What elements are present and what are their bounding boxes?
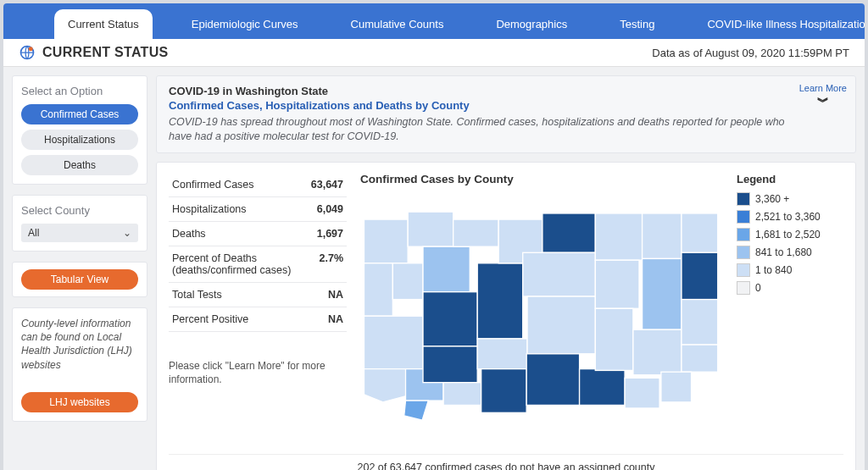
svg-rect-19	[542, 213, 595, 252]
select-option-panel: Select an Option Confirmed CasesHospital…	[12, 75, 147, 185]
svg-point-1	[29, 47, 33, 51]
legend-item: 1 to 840	[737, 263, 843, 277]
lhj-websites-button[interactable]: LHJ websites	[21, 392, 138, 412]
legend-swatch	[737, 246, 750, 259]
double-chevron-down-icon: ︾	[799, 95, 847, 110]
tabs-bar: Current StatusEpidemiologic CurvesCumula…	[3, 3, 865, 39]
learn-more-button[interactable]: Learn More ︾	[799, 83, 847, 110]
header-card-text: COVID-19 has spread throughout most of W…	[169, 115, 808, 144]
svg-rect-13	[423, 346, 477, 383]
washington-map[interactable]	[360, 191, 723, 445]
option-hospitalizations[interactable]: Hospitalizations	[21, 130, 138, 150]
svg-rect-30	[633, 329, 682, 375]
legend-swatch	[737, 210, 750, 224]
legend-item: 0	[737, 281, 843, 295]
legend-title: Legend	[737, 173, 843, 185]
stats-row: Confirmed Cases63,647	[169, 173, 347, 197]
svg-marker-9	[404, 401, 429, 420]
svg-rect-29	[643, 258, 682, 329]
tabular-view-button[interactable]: Tabular View	[21, 269, 138, 290]
svg-rect-22	[526, 354, 579, 406]
tab-cumulative-counts[interactable]: Cumulative Counts	[337, 9, 458, 39]
legend-label: 2,521 to 3,360	[755, 211, 821, 223]
select-county-title: Select County	[21, 204, 138, 217]
svg-rect-34	[682, 345, 718, 372]
svg-rect-6	[364, 316, 423, 368]
stats-value: 63,647	[308, 173, 347, 197]
svg-rect-32	[682, 252, 718, 299]
legend-label: 841 to 1,680	[755, 246, 812, 258]
stats-label: Deaths	[169, 221, 308, 246]
tab-epidemiologic-curves[interactable]: Epidemiologic Curves	[178, 9, 312, 39]
stats-column: Confirmed Cases63,647Hospitalizations6,0…	[169, 173, 347, 447]
svg-rect-23	[580, 368, 626, 405]
stats-value: 2.7%	[308, 246, 347, 282]
stats-label: Confirmed Cases	[169, 173, 308, 197]
svg-rect-12	[423, 291, 477, 346]
stats-row: Percent PositiveNA	[169, 307, 347, 331]
tab-covid-like-illness-hospitalizations[interactable]: COVID-like Illness Hospitalizations	[693, 9, 865, 39]
stats-label: Percent Positive	[169, 307, 308, 331]
data-as-of: Data as of August 09, 2020 11:59PM PT	[652, 47, 849, 59]
stats-label: Percent of Deaths (deaths/confirmed case…	[169, 246, 308, 282]
select-county-panel: Select County All ⌄	[12, 195, 147, 252]
page-title: CURRENT STATUS	[42, 45, 169, 60]
svg-rect-27	[595, 308, 633, 370]
svg-marker-7	[364, 368, 411, 401]
data-card: Confirmed Cases63,647Hospitalizations6,0…	[156, 162, 856, 470]
legend-item: 841 to 1,680	[737, 246, 843, 259]
stats-value: 6,049	[308, 196, 347, 221]
svg-rect-4	[364, 263, 392, 316]
tab-demographics[interactable]: Demographics	[482, 9, 581, 39]
header-card: COVID-19 in Washington State Confirmed C…	[156, 75, 856, 153]
svg-rect-11	[453, 219, 499, 246]
header-card-title: COVID-19 in Washington State	[169, 85, 808, 97]
title-row: CURRENT STATUS Data as of August 09, 202…	[3, 39, 865, 67]
option-deaths[interactable]: Deaths	[21, 155, 138, 175]
select-option-title: Select an Option	[21, 85, 138, 97]
tab-testing[interactable]: Testing	[606, 9, 668, 39]
app-root: Current StatusEpidemiologic CurvesCumula…	[3, 3, 865, 470]
stats-row: Deaths1,697	[169, 221, 347, 246]
lhj-panel: County-level information can be found on…	[12, 307, 147, 422]
stats-value: NA	[308, 282, 347, 307]
stats-note: Please click "Learn More" for more infor…	[169, 359, 347, 386]
svg-rect-26	[595, 260, 639, 308]
learn-more-label: Learn More	[799, 83, 847, 93]
svg-rect-24	[625, 378, 659, 408]
option-confirmed-cases[interactable]: Confirmed Cases	[21, 104, 138, 124]
legend-item: 1,681 to 2,520	[737, 228, 843, 241]
legend-swatch	[737, 192, 750, 206]
legend-item: 3,360 +	[737, 192, 843, 206]
svg-rect-35	[661, 372, 692, 402]
stats-row: Percent of Deaths (deaths/confirmed case…	[169, 246, 347, 282]
county-dropdown-value: All	[28, 227, 39, 239]
stats-table: Confirmed Cases63,647Hospitalizations6,0…	[169, 173, 347, 332]
data-row: Confirmed Cases63,647Hospitalizations6,0…	[169, 173, 843, 447]
svg-rect-28	[643, 213, 682, 259]
legend-item: 2,521 to 3,360	[737, 210, 843, 224]
map-column: Confirmed Cases by County	[360, 173, 723, 447]
tab-current-status[interactable]: Current Status	[54, 9, 153, 39]
legend-label: 1,681 to 2,520	[755, 229, 821, 241]
county-dropdown[interactable]: All ⌄	[21, 224, 138, 242]
main: Select an Option Confirmed CasesHospital…	[3, 67, 865, 470]
chevron-down-icon: ⌄	[123, 227, 131, 239]
legend-swatch	[737, 228, 750, 241]
option-list: Confirmed CasesHospitalizationsDeaths	[21, 104, 138, 175]
globe-icon	[19, 44, 36, 61]
stats-label: Total Tests	[169, 282, 308, 307]
svg-rect-17	[477, 339, 527, 369]
header-card-subtitle: Confirmed Cases, Hospitalizations and De…	[169, 99, 808, 112]
svg-rect-5	[392, 263, 423, 300]
stats-value: 1,697	[308, 221, 347, 246]
legend-label: 0	[755, 282, 761, 294]
stats-label: Hospitalizations	[169, 196, 308, 221]
stats-value: NA	[308, 307, 347, 331]
svg-rect-20	[523, 252, 596, 296]
lhj-note: County-level information can be found on…	[21, 317, 138, 372]
legend-column: Legend 3,360 +2,521 to 3,3601,681 to 2,5…	[737, 173, 843, 447]
stats-row: Hospitalizations6,049	[169, 196, 347, 221]
svg-rect-2	[364, 219, 408, 263]
svg-rect-15	[477, 263, 523, 339]
